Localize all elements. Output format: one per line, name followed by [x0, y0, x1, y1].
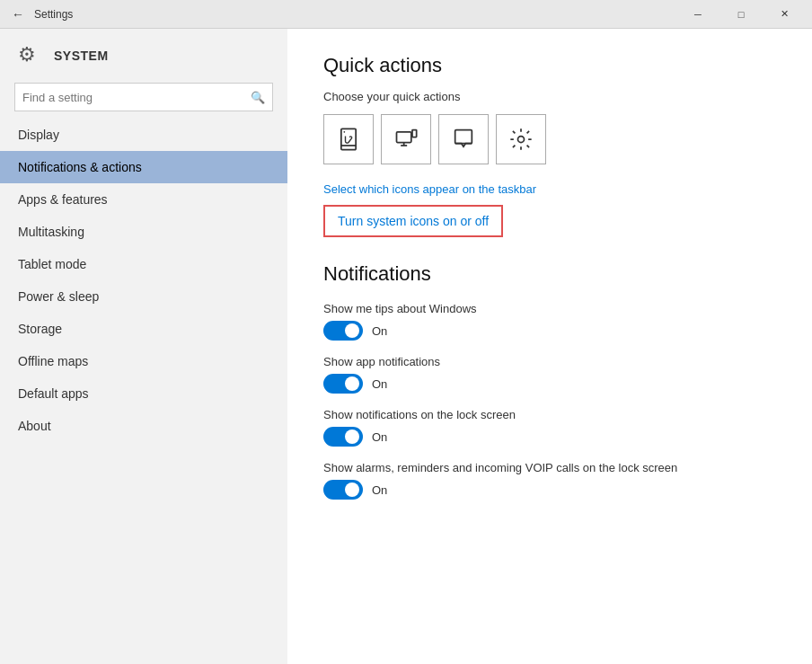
toggle-state-tips: On [372, 324, 387, 338]
sidebar-item-multitasking[interactable]: Multitasking [0, 216, 287, 248]
search-icon: 🔍 [251, 91, 265, 104]
quick-action-action-center[interactable] [438, 114, 489, 164]
titlebar: ← Settings ─ □ ✕ [0, 0, 812, 29]
toggle-row-tips: Show me tips about WindowsOn [323, 302, 776, 341]
app-body: ⚙ SYSTEM 🔍 DisplayNotifications & action… [0, 29, 812, 664]
toggle-app-notifs[interactable] [323, 374, 363, 394]
toggle-row-lock-screen: Show notifications on the lock screenOn [323, 408, 776, 447]
sidebar-item-apps[interactable]: Apps & features [0, 183, 287, 216]
search-input-wrap[interactable]: 🔍 [14, 83, 273, 111]
sidebar-app-title: SYSTEM [54, 49, 109, 63]
titlebar-title: Settings [34, 8, 677, 21]
toggle-state-app-notifs: On [372, 377, 387, 391]
sidebar-header: ⚙ SYSTEM [0, 29, 287, 83]
svg-rect-0 [341, 128, 356, 149]
toggle-label-tips: Show me tips about Windows [323, 302, 776, 315]
svg-rect-6 [455, 130, 472, 144]
system-icons-link[interactable]: Turn system icons on or off [323, 205, 503, 237]
quick-actions-grid [323, 114, 776, 164]
sidebar-item-offline[interactable]: Offline maps [0, 345, 287, 377]
sidebar: ⚙ SYSTEM 🔍 DisplayNotifications & action… [0, 29, 287, 664]
quick-actions-subtitle: Choose your quick actions [323, 90, 776, 103]
sidebar-item-tablet[interactable]: Tablet mode [0, 248, 287, 280]
toggle-tips[interactable] [323, 321, 363, 341]
sidebar-item-storage[interactable]: Storage [0, 313, 287, 345]
quick-action-settings[interactable] [496, 114, 546, 164]
toggle-alarms[interactable] [323, 480, 363, 500]
toggle-state-alarms: On [372, 483, 387, 497]
taskbar-icons-link[interactable]: Select which icons appear on the taskbar [323, 182, 776, 196]
search-input[interactable] [22, 91, 251, 104]
svg-point-7 [518, 137, 525, 143]
quick-actions-title: Quick actions [323, 54, 776, 77]
svg-rect-2 [397, 132, 411, 143]
titlebar-controls: ─ □ ✕ [677, 0, 805, 29]
toggle-state-lock-screen: On [372, 430, 387, 444]
toggle-label-lock-screen: Show notifications on the lock screen [323, 408, 776, 421]
sidebar-item-about[interactable]: About [0, 410, 287, 442]
sidebar-item-display[interactable]: Display [0, 119, 287, 151]
maximize-button[interactable]: □ [720, 0, 762, 29]
toggle-row-app-notifs: Show app notificationsOn [323, 355, 776, 394]
system-icon: ⚙ [18, 43, 43, 68]
close-button[interactable]: ✕ [763, 0, 805, 29]
sidebar-item-power[interactable]: Power & sleep [0, 280, 287, 313]
notification-toggles: Show me tips about WindowsOnShow app not… [323, 302, 776, 500]
svg-rect-3 [412, 130, 417, 137]
toggle-row-alarms: Show alarms, reminders and incoming VOIP… [323, 461, 776, 500]
toggle-label-app-notifs: Show app notifications [323, 355, 776, 368]
notifications-title: Notifications [323, 262, 776, 286]
quick-action-connect[interactable] [381, 114, 431, 164]
quick-action-tablet[interactable] [323, 114, 374, 164]
minimize-button[interactable]: ─ [677, 0, 719, 29]
main-content: Quick actions Choose your quick actions [287, 29, 812, 664]
nav-list: DisplayNotifications & actionsApps & fea… [0, 119, 287, 442]
sidebar-item-notifications[interactable]: Notifications & actions [0, 151, 287, 183]
back-button[interactable]: ← [7, 4, 29, 25]
toggle-lock-screen[interactable] [323, 427, 363, 447]
toggle-label-alarms: Show alarms, reminders and incoming VOIP… [323, 461, 776, 474]
sidebar-item-default[interactable]: Default apps [0, 377, 287, 410]
search-bar: 🔍 [0, 83, 287, 111]
